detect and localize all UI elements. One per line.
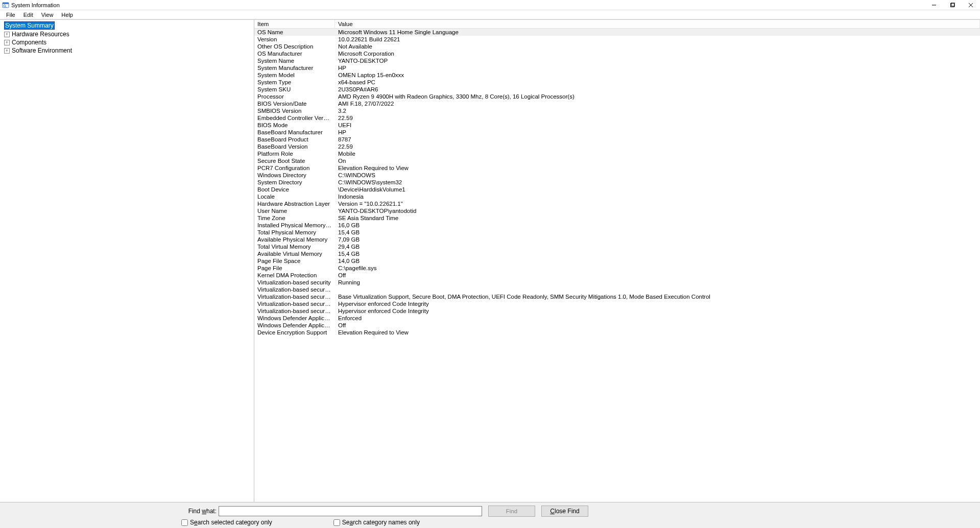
findbar: Find what: Find Close Find Search select… [0, 502, 980, 528]
detail-row[interactable]: System SKU2U3S0PA#AR6 [254, 86, 980, 93]
tree-system-summary[interactable]: System Summary [0, 21, 254, 30]
titlebar-controls [925, 0, 980, 10]
detail-row[interactable]: Windows Defender Application...Enforced [254, 315, 980, 322]
findbar-row2: Search selected category only Search cat… [0, 518, 980, 526]
detail-item: BaseBoard Product [254, 136, 335, 143]
detail-value: HP [335, 64, 980, 71]
detail-value: Elevation Required to View [335, 164, 980, 172]
detail-row[interactable]: Page FileC:\pagefile.sys [254, 265, 980, 272]
search-category-names-checkbox[interactable]: Search category names only [333, 519, 420, 526]
detail-row[interactable]: Windows Defender Application...Off [254, 322, 980, 329]
expand-icon[interactable]: + [4, 32, 10, 37]
detail-row[interactable]: Windows DirectoryC:\WINDOWS [254, 172, 980, 179]
details-panel[interactable]: Item Value OS NameMicrosoft Windows 11 H… [254, 20, 980, 502]
detail-row[interactable]: System ModelOMEN Laptop 15-en0xxx [254, 71, 980, 79]
detail-item: Processor [254, 93, 335, 100]
menu-view[interactable]: View [37, 11, 58, 18]
detail-row[interactable]: SMBIOS Version3.2 [254, 107, 980, 114]
detail-row[interactable]: Total Physical Memory15,4 GB [254, 229, 980, 236]
menu-file[interactable]: File [2, 11, 19, 18]
detail-value: 7,09 GB [335, 236, 980, 243]
detail-value: 3.2 [335, 107, 980, 114]
detail-item: BIOS Version/Date [254, 100, 335, 107]
maximize-button[interactable] [943, 0, 962, 10]
detail-row[interactable]: Installed Physical Memory (RAM)16,0 GB [254, 222, 980, 229]
close-find-button[interactable]: Close Find [541, 506, 588, 517]
detail-row[interactable]: BaseBoard Version22.59 [254, 143, 980, 150]
detail-row[interactable]: Virtualization-based security Se...Hyper… [254, 300, 980, 307]
detail-row[interactable]: OS ManufacturerMicrosoft Corporation [254, 50, 980, 57]
detail-row[interactable]: LocaleIndonesia [254, 193, 980, 200]
detail-item: Virtualization-based security [254, 279, 335, 286]
detail-row[interactable]: Other OS DescriptionNot Available [254, 43, 980, 50]
detail-value: On [335, 157, 980, 164]
detail-row[interactable]: BaseBoard ManufacturerHP [254, 129, 980, 136]
detail-row[interactable]: Virtualization-based security Se...Hyper… [254, 307, 980, 315]
svg-rect-1 [3, 3, 9, 4]
tree-label: System Summary [4, 21, 55, 30]
search-selected-category-checkbox[interactable]: Search selected category only [181, 519, 272, 526]
detail-value: HP [335, 129, 980, 136]
minimize-button[interactable] [925, 0, 943, 10]
detail-row[interactable]: OS NameMicrosoft Windows 11 Home Single … [254, 29, 980, 36]
detail-item: Device Encryption Support [254, 329, 335, 336]
detail-row[interactable]: PCR7 ConfigurationElevation Required to … [254, 164, 980, 172]
checkbox-input[interactable] [333, 519, 340, 526]
expand-icon[interactable]: + [4, 48, 10, 54]
tree-components[interactable]: + Components [0, 38, 254, 46]
detail-row[interactable]: User NameYANTO-DESKTOP\yantodotid [254, 207, 980, 214]
detail-value: Hypervisor enforced Code Integrity [335, 300, 980, 307]
close-button[interactable] [962, 0, 980, 10]
tree-hardware-resources[interactable]: + Hardware Resources [0, 30, 254, 38]
detail-item: OS Manufacturer [254, 50, 335, 57]
detail-row[interactable]: Secure Boot StateOn [254, 157, 980, 164]
detail-row[interactable]: System NameYANTO-DESKTOP [254, 57, 980, 64]
checkbox-input[interactable] [181, 519, 188, 526]
detail-value [335, 286, 980, 293]
detail-row[interactable]: Available Virtual Memory15,4 GB [254, 250, 980, 257]
column-header-value[interactable]: Value [335, 20, 980, 28]
detail-item: Page File [254, 265, 335, 272]
menu-help[interactable]: Help [57, 11, 77, 18]
detail-value: 29,4 GB [335, 243, 980, 250]
expand-icon[interactable]: + [4, 40, 10, 45]
detail-value: 16,0 GB [335, 222, 980, 229]
detail-row[interactable]: Embedded Controller Version22.59 [254, 114, 980, 122]
detail-row[interactable]: Page File Space14,0 GB [254, 257, 980, 265]
menubar: File Edit View Help [0, 10, 980, 19]
detail-row[interactable]: Virtualization-based securityRunning [254, 279, 980, 286]
find-what-input[interactable] [219, 506, 482, 516]
detail-row[interactable]: Available Physical Memory7,09 GB [254, 236, 980, 243]
column-header-item[interactable]: Item [254, 20, 335, 28]
detail-row[interactable]: Version10.0.22621 Build 22621 [254, 36, 980, 43]
find-button[interactable]: Find [488, 506, 535, 517]
tree-software-environment[interactable]: + Software Environment [0, 46, 254, 55]
detail-row[interactable]: Time ZoneSE Asia Standard Time [254, 214, 980, 222]
details-header: Item Value [254, 20, 980, 29]
detail-row[interactable]: Virtualization-based security Re... [254, 286, 980, 293]
detail-row[interactable]: System ManufacturerHP [254, 64, 980, 71]
detail-row[interactable]: Total Virtual Memory29,4 GB [254, 243, 980, 250]
detail-row[interactable]: BIOS Version/DateAMI F.18, 27/07/2022 [254, 100, 980, 107]
detail-row[interactable]: Hardware Abstraction LayerVersion = "10.… [254, 200, 980, 207]
detail-row[interactable]: ProcessorAMD Ryzen 9 4900H with Radeon G… [254, 93, 980, 100]
detail-row[interactable]: BaseBoard Product8787 [254, 136, 980, 143]
detail-value: UEFI [335, 122, 980, 129]
detail-value: 15,4 GB [335, 250, 980, 257]
detail-row[interactable]: Device Encryption SupportElevation Requi… [254, 329, 980, 336]
detail-row[interactable]: System Typex64-based PC [254, 79, 980, 86]
detail-value: 14,0 GB [335, 257, 980, 265]
detail-row[interactable]: System DirectoryC:\WINDOWS\system32 [254, 179, 980, 186]
detail-row[interactable]: Platform RoleMobile [254, 150, 980, 157]
detail-row[interactable]: Kernel DMA ProtectionOff [254, 272, 980, 279]
detail-value: Hypervisor enforced Code Integrity [335, 307, 980, 315]
detail-item: BaseBoard Version [254, 143, 335, 150]
detail-value: \Device\HarddiskVolume1 [335, 186, 980, 193]
detail-row[interactable]: BIOS ModeUEFI [254, 122, 980, 129]
menu-edit[interactable]: Edit [19, 11, 37, 18]
window-title: System Information [11, 2, 60, 8]
detail-value: YANTO-DESKTOP [335, 57, 980, 64]
detail-row[interactable]: Virtualization-based security Av...Base … [254, 293, 980, 300]
category-tree[interactable]: System Summary + Hardware Resources + Co… [0, 20, 254, 502]
detail-row[interactable]: Boot Device\Device\HarddiskVolume1 [254, 186, 980, 193]
